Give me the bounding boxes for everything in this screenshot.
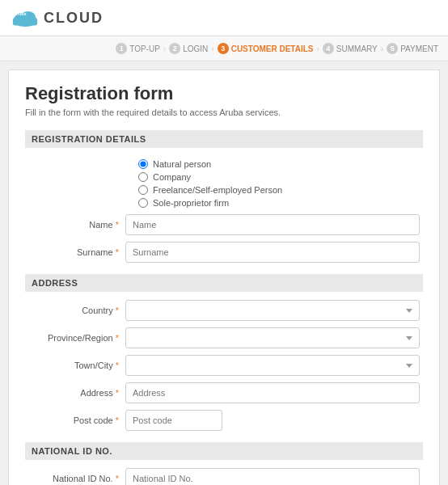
radio-company[interactable]: Company [138, 172, 423, 182]
country-select[interactable] [125, 300, 420, 321]
address-label: Address * [28, 388, 125, 398]
country-row: Country * [25, 300, 423, 321]
radio-natural-label: Natural person [153, 159, 211, 169]
breadcrumb-arrow-2: › [211, 44, 213, 53]
name-input[interactable] [125, 214, 420, 235]
postcode-label: Post code * [28, 415, 125, 425]
radio-group: Natural person Company Freelance/Self-em… [25, 156, 423, 214]
breadcrumb-arrow-1: › [163, 44, 166, 53]
page-wrapper: aruba CLOUD 1 TOP-UP › 2 LOGIN › 3 CUSTO… [0, 0, 448, 485]
province-label: Province/Region * [28, 333, 125, 343]
radio-company-input[interactable] [138, 172, 148, 182]
logo-area: aruba CLOUD [10, 6, 104, 29]
radio-natural[interactable]: Natural person [138, 159, 423, 169]
breadcrumb-arrow-3: › [317, 44, 319, 53]
radio-company-label: Company [153, 172, 191, 182]
province-row: Province/Region * [25, 327, 423, 348]
breadcrumb-bar: 1 TOP-UP › 2 LOGIN › 3 CUSTOMER DETAILS … [0, 36, 448, 61]
country-label: Country * [28, 306, 125, 315]
form-subtitle: Fill in the form with the required detai… [25, 108, 423, 117]
svg-rect-3 [13, 20, 37, 25]
logo-text: CLOUD [44, 10, 104, 27]
province-select[interactable] [125, 327, 420, 348]
header: aruba CLOUD [0, 0, 448, 36]
national-id-row: National ID No. * [25, 468, 423, 485]
surname-label: Surname * [28, 247, 125, 257]
radio-freelance[interactable]: Freelance/Self-employed Person [138, 185, 423, 195]
main-content: Registration form Fill in the form with … [8, 70, 440, 485]
postcode-row: Post code * [25, 410, 423, 431]
breadcrumb-step-summary: 4 SUMMARY [323, 43, 378, 54]
section-address: ADDRESS [25, 274, 423, 292]
breadcrumb-step-login: 2 LOGIN [169, 43, 208, 54]
breadcrumb-arrow-4: › [381, 44, 383, 53]
national-id-input[interactable] [125, 468, 420, 485]
national-id-label: National ID No. * [28, 474, 125, 483]
section-national-id: NATIONAL ID NO. [25, 442, 423, 460]
cloud-icon: aruba [10, 6, 40, 29]
address-input[interactable] [125, 382, 420, 403]
surname-input[interactable] [125, 242, 420, 263]
town-label: Town/City * [28, 361, 125, 370]
breadcrumb-step-topup: 1 TOP-UP [116, 43, 160, 54]
postcode-input[interactable] [125, 410, 222, 431]
form-title: Registration form [25, 83, 423, 104]
section-registration: REGISTRATION DETAILS [25, 130, 423, 148]
name-row: Name * [25, 214, 423, 235]
svg-text:aruba: aruba [15, 11, 27, 16]
radio-sole[interactable]: Sole-proprietor firm [138, 198, 423, 208]
radio-freelance-label: Freelance/Self-employed Person [153, 185, 282, 195]
radio-sole-label: Sole-proprietor firm [153, 198, 229, 208]
radio-freelance-input[interactable] [138, 185, 148, 195]
breadcrumb-step-customer: 3 CUSTOMER DETAILS [218, 43, 314, 54]
surname-row: Surname * [25, 242, 423, 263]
town-row: Town/City * [25, 355, 423, 376]
name-label: Name * [28, 220, 125, 230]
address-row: Address * [25, 382, 423, 403]
radio-sole-input[interactable] [138, 198, 148, 208]
radio-natural-input[interactable] [138, 159, 148, 169]
breadcrumb-step-payment: 5 PAYMENT [387, 43, 438, 54]
town-select[interactable] [125, 355, 420, 376]
